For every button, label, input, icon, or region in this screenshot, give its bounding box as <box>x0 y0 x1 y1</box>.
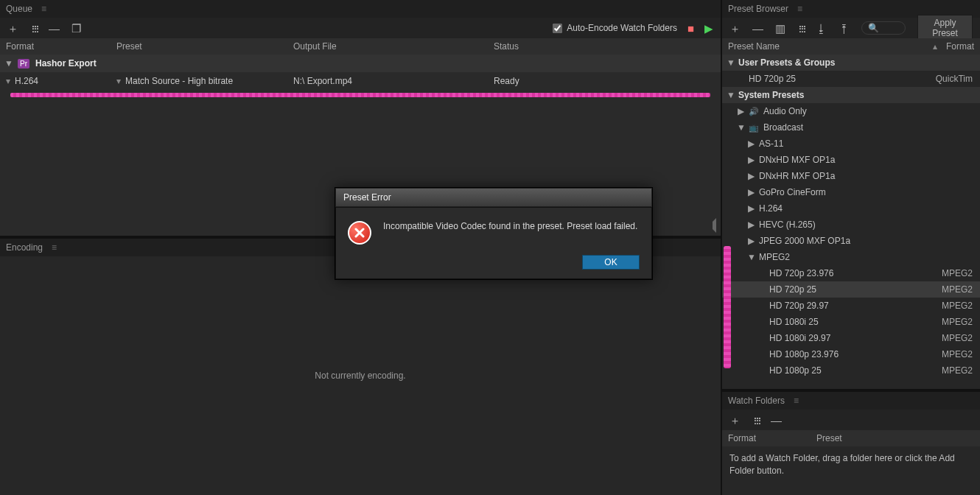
sort-asc-icon[interactable]: ▴ <box>933 41 937 52</box>
col-format[interactable]: Format <box>0 41 111 52</box>
preset-item-label: HD 1080p 23.976 <box>769 349 937 359</box>
premiere-badge-icon: Pr <box>18 59 29 69</box>
preset-tree-item[interactable]: ▶JPEG 2000 MXF OP1a <box>722 233 980 249</box>
preset-tree-item[interactable]: ▶HEVC (H.265) <box>722 217 980 233</box>
preset-error-dialog: Preset Error Incompatible Video Codec fo… <box>335 187 653 280</box>
tree-caret-icon[interactable]: ▼ <box>727 90 734 100</box>
panel-menu-icon[interactable]: ≡ <box>52 242 55 253</box>
ok-button[interactable]: OK <box>582 255 640 270</box>
preset-tree-item[interactable]: ▼📺Broadcast <box>722 119 980 136</box>
preset-item-format: MPEG2 <box>942 349 973 359</box>
search-icon: 🔍 <box>868 23 879 33</box>
tree-caret-icon[interactable]: ▶ <box>747 236 755 246</box>
preset-item-label: Broadcast <box>763 122 973 133</box>
preset-item-label: HD 1080p 25 <box>769 365 937 376</box>
preset-tree-item[interactable]: HD 720p 29.97MPEG2 <box>722 298 980 314</box>
tree-caret-icon[interactable]: ▶ <box>747 155 755 165</box>
settings-icon[interactable]: ⫶⫶⫶ <box>30 23 37 34</box>
preset-settings-icon[interactable]: ⫶⫶⫶ <box>797 23 804 34</box>
auto-encode-label: Auto-Encode Watch Folders <box>567 23 677 33</box>
tree-caret-icon[interactable]: ▶ <box>747 171 755 181</box>
panel-menu-icon[interactable]: ≡ <box>794 396 797 406</box>
preset-item-label: DNxHD MXF OP1a <box>759 155 973 165</box>
preset-tree-item[interactable]: HD 1080i 29.97MPEG2 <box>722 330 980 346</box>
preset-tree-item[interactable]: HD 1080p 23.976MPEG2 <box>722 346 980 362</box>
tree-caret-icon[interactable]: ▶ <box>747 138 755 149</box>
preset-tree-item[interactable]: HD 720p 23.976MPEG2 <box>722 265 980 281</box>
preset-item-label: MPEG2 <box>759 252 973 262</box>
tree-caret-icon[interactable]: ▼ <box>737 122 744 133</box>
tree-caret-icon[interactable]: ▶ <box>737 106 744 116</box>
preset-tree-item[interactable]: HD 720p 25MPEG2 <box>722 281 980 298</box>
add-source-button[interactable]: ＋ <box>7 23 18 34</box>
tree-caret-icon[interactable]: ▼ <box>727 57 734 68</box>
dropdown-caret-icon[interactable]: ▾ <box>6 76 10 86</box>
preset-item-label: Audio Only <box>763 106 973 116</box>
preset-item-format: MPEG2 <box>942 365 973 376</box>
delete-preset-button[interactable]: — <box>752 23 763 34</box>
tree-caret-icon[interactable]: ▶ <box>747 220 755 230</box>
preset-tree-item[interactable]: HD 1080i 25MPEG2 <box>722 314 980 330</box>
apply-preset-button[interactable]: Apply Preset <box>917 15 973 41</box>
wf-col-preset[interactable]: Preset <box>811 433 848 443</box>
tree-caret-icon[interactable]: ▼ <box>747 252 755 262</box>
tv-icon: 📺 <box>749 123 759 133</box>
preset-tree-item[interactable]: ▼MPEG2 <box>722 249 980 265</box>
new-preset-button[interactable]: ＋ <box>729 23 741 34</box>
search-input[interactable]: 🔍 <box>861 21 906 35</box>
watch-columns: Format Preset <box>722 430 980 446</box>
preset-tree-item[interactable]: ▶H.264 <box>722 200 980 217</box>
queue-group[interactable]: ▼ Pr Hashor Export <box>0 55 721 72</box>
preset-tree[interactable]: ▼User Presets & GroupsHD 720p 25QuickTim… <box>722 55 980 389</box>
queue-header: Queue ≡ <box>0 0 721 18</box>
add-folder-button[interactable]: ＋ <box>729 415 741 426</box>
preset-item-format: MPEG2 <box>942 301 973 311</box>
preset-tree-item[interactable]: ▶DNxHR MXF OP1a <box>722 168 980 184</box>
new-group-button[interactable]: ▥ <box>775 23 785 34</box>
watch-folders-title: Watch Folders <box>728 396 785 406</box>
col-status[interactable]: Status <box>488 41 721 52</box>
col-preset[interactable]: Preset <box>111 41 287 52</box>
expand-caret-icon[interactable]: ▼ <box>4 58 12 69</box>
duplicate-button[interactable]: ❐ <box>71 23 81 34</box>
auto-encode-checkbox[interactable]: Auto-Encode Watch Folders <box>553 23 677 33</box>
annotation-highlight <box>724 246 731 368</box>
preset-item-label: DNxHR MXF OP1a <box>759 171 973 181</box>
preset-tree-item[interactable]: ▼User Presets & Groups <box>722 55 980 71</box>
tree-caret-icon[interactable]: ▶ <box>747 187 755 197</box>
tree-caret-icon[interactable]: ▶ <box>747 203 755 214</box>
wf-col-format[interactable]: Format <box>722 433 811 443</box>
watch-settings-icon[interactable]: ⫶⫶⫶ <box>752 415 759 426</box>
queue-row[interactable]: ▾H.264 ▾Match Source - High bitrate N:\ … <box>0 72 721 90</box>
preset-tree-item[interactable]: ▶DNxHD MXF OP1a <box>722 152 980 168</box>
dropdown-caret-icon[interactable]: ▾ <box>116 76 121 86</box>
preset-tree-item[interactable]: ▶🔊Audio Only <box>722 103 980 119</box>
preset-tree-item[interactable]: HD 720p 25QuickTim <box>722 71 980 87</box>
start-queue-button[interactable]: ▶ <box>704 23 713 34</box>
stop-button[interactable]: ■ <box>687 23 694 34</box>
remove-folder-button[interactable]: — <box>771 415 782 426</box>
watch-folders-header: Watch Folders ≡ <box>722 392 980 410</box>
row-output[interactable]: N:\ Export.mp4 <box>293 76 352 86</box>
panel-menu-icon[interactable]: ≡ <box>41 4 45 14</box>
panel-menu-icon[interactable]: ≡ <box>797 4 801 14</box>
preset-tree-item[interactable]: ▶AS-11 <box>722 136 980 152</box>
encoding-title: Encoding <box>6 242 43 253</box>
preset-item-label: System Presets <box>738 90 973 100</box>
export-preset-button[interactable]: ⭱ <box>839 23 850 34</box>
preset-tree-item[interactable]: ▶GoPro CineForm <box>722 184 980 200</box>
col-preset-name[interactable]: Preset Name <box>728 41 933 52</box>
preset-tree-item[interactable]: ▼System Presets <box>722 87 980 103</box>
watch-folders-hint: To add a Watch Folder, drag a folder her… <box>722 446 980 483</box>
preset-item-format: MPEG2 <box>942 268 973 278</box>
col-format[interactable]: Format <box>946 41 974 52</box>
preset-tree-item[interactable]: HD 1080p 25MPEG2 <box>722 362 980 379</box>
preset-item-label: HD 720p 23.976 <box>769 268 937 278</box>
speaker-icon: 🔊 <box>749 107 759 116</box>
col-output[interactable]: Output File <box>287 41 488 52</box>
preset-toolbar: ＋ — ▥ ⫶⫶⫶ ⭳ ⭱ 🔍 Apply Preset <box>722 18 980 38</box>
preset-item-label: HD 1080i 25 <box>769 317 937 327</box>
import-preset-button[interactable]: ⭳ <box>816 23 827 34</box>
remove-button[interactable]: — <box>49 23 60 34</box>
dialog-titlebar[interactable]: Preset Error <box>335 188 652 207</box>
